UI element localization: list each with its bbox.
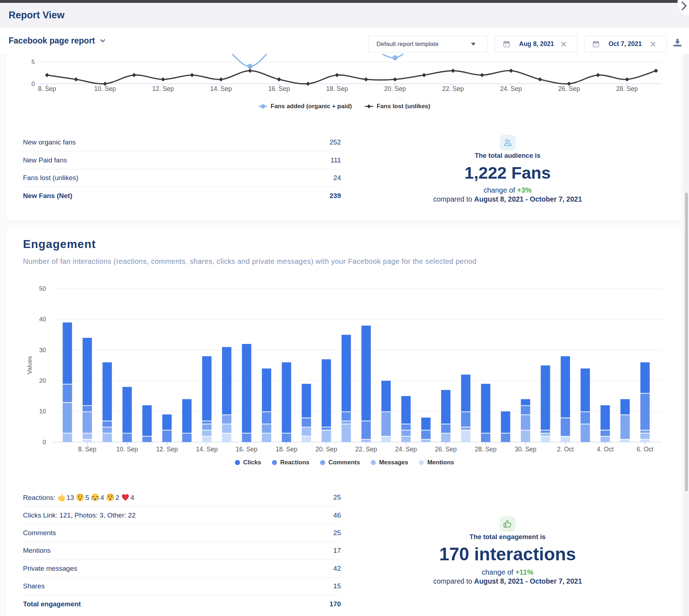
svg-text:20: 20 [39, 377, 46, 384]
svg-text:40: 40 [39, 316, 46, 323]
svg-text:6. Oct: 6. Oct [637, 446, 653, 453]
svg-text:14. Sep: 14. Sep [196, 446, 218, 453]
svg-text:12. Sep: 12. Sep [156, 446, 178, 453]
svg-text:14. Sep: 14. Sep [210, 85, 232, 92]
svg-text:Values: Values [26, 356, 33, 374]
svg-text:0: 0 [43, 439, 46, 446]
svg-text:10. Sep: 10. Sep [94, 85, 116, 92]
svg-text:26. Sep: 26. Sep [558, 85, 580, 92]
svg-text:26. Sep: 26. Sep [435, 446, 457, 453]
svg-text:2. Oct: 2. Oct [557, 446, 574, 453]
svg-text:10. Sep: 10. Sep [116, 446, 138, 453]
svg-text:12. Sep: 12. Sep [152, 85, 174, 92]
svg-text:28. Sep: 28. Sep [616, 85, 638, 92]
svg-text:18. Sep: 18. Sep [276, 446, 297, 453]
svg-text:50: 50 [39, 285, 46, 292]
svg-text:28. Sep: 28. Sep [475, 446, 496, 453]
svg-text:0: 0 [32, 81, 35, 87]
svg-text:20. Sep: 20. Sep [315, 446, 337, 453]
svg-text:4. Oct: 4. Oct [597, 446, 614, 453]
svg-text:8. Sep: 8. Sep [78, 446, 97, 453]
svg-text:16. Sep: 16. Sep [268, 85, 290, 92]
svg-text:10: 10 [39, 408, 46, 415]
svg-text:20. Sep: 20. Sep [384, 85, 406, 92]
svg-text:24. Sep: 24. Sep [500, 85, 522, 92]
svg-text:30. Sep: 30. Sep [515, 446, 536, 453]
svg-text:30: 30 [39, 347, 46, 354]
svg-text:24. Sep: 24. Sep [395, 446, 417, 453]
svg-text:22. Sep: 22. Sep [355, 446, 377, 453]
svg-text:5: 5 [32, 59, 35, 65]
svg-text:16. Sep: 16. Sep [236, 446, 257, 453]
svg-text:18. Sep: 18. Sep [326, 85, 348, 92]
svg-text:8. Sep: 8. Sep [38, 85, 56, 92]
svg-text:22. Sep: 22. Sep [442, 85, 464, 92]
